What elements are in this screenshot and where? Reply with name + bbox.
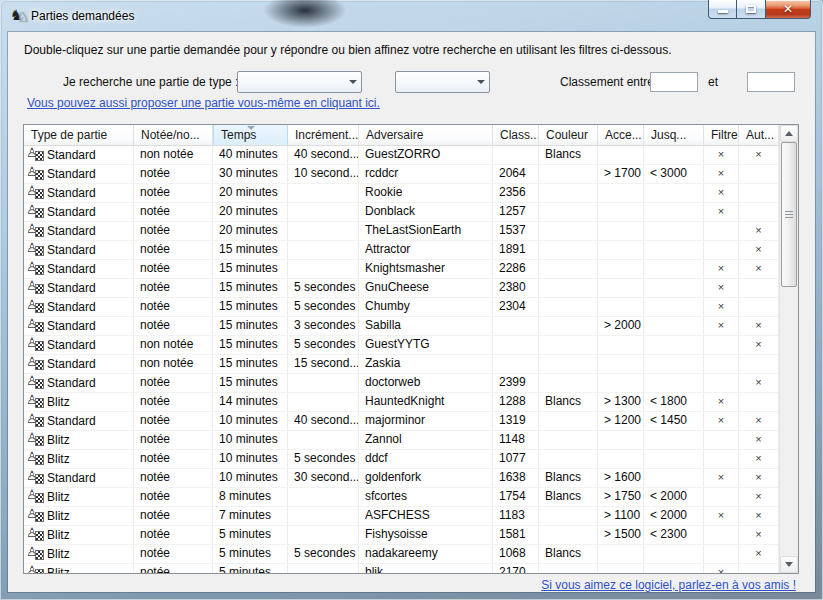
cell-color: Blancs (539, 146, 598, 164)
rating-min-input[interactable] (650, 72, 698, 92)
rating-max-input[interactable] (747, 72, 795, 92)
game-row[interactable]: ♙Standardnotée15 minutesdoctorweb2399× (24, 374, 779, 393)
game-row[interactable]: ♙Standardnon notée15 minutes5 secondesGu… (24, 336, 779, 355)
column-header-label: Filtre (711, 128, 738, 142)
game-row[interactable]: ♙Blitznotée8 minutessfcortes1754Blancs> … (24, 488, 779, 507)
cell-time: 5 minutes (213, 545, 288, 563)
desktop-background: ♞ ♘ Parties demandées ✕ Double-cliquez s… (0, 0, 823, 600)
game-row[interactable]: ♙Standardnotée15 minutesKnightsmasher228… (24, 260, 779, 279)
cell-color: Blancs (539, 545, 598, 563)
game-row[interactable]: ♙Standardnotée15 minutes5 secondesGnuChe… (24, 279, 779, 298)
game-row[interactable]: ♙Standardnon notée15 minutes15 second...… (24, 355, 779, 374)
cell-rated: notée (134, 469, 213, 487)
chess-pawn-icon: ♙ (27, 451, 45, 467)
cell-color (539, 203, 598, 221)
game-category-combobox[interactable] (395, 71, 490, 93)
cell-auto: × (739, 222, 779, 240)
maximize-button[interactable] (737, 0, 765, 19)
column-header-rated[interactable]: Notée/no... (134, 125, 213, 145)
column-header-auto[interactable]: Aut... (739, 125, 779, 145)
game-row[interactable]: ♙Blitznotée5 minutes5 secondesnadakareem… (24, 545, 779, 564)
game-row[interactable]: ♙Blitznotée10 minutes5 secondesddcf1077× (24, 450, 779, 469)
game-row[interactable]: ♙Standardnotée20 minutesTheLastSionEarth… (24, 222, 779, 241)
chess-pawn-icon: ♙ (27, 394, 45, 410)
dialog-window: ♞ ♘ Parties demandées ✕ Double-cliquez s… (0, 0, 823, 600)
cell-opponent: HauntedKnight (359, 393, 493, 411)
close-button[interactable]: ✕ (765, 0, 811, 19)
cell-opponent: GuestYYTG (359, 336, 493, 354)
cell-time: 7 minutes (213, 507, 288, 525)
game-type-value: Standard (47, 413, 96, 430)
cell-increment: 5 secondes (288, 450, 359, 468)
column-header-rating_from[interactable]: Acce... (598, 125, 644, 145)
cell-time: 5 minutes (213, 526, 288, 544)
triangle-down-icon (785, 562, 793, 567)
cell-time: 40 minutes (213, 146, 288, 164)
vertical-scrollbar[interactable] (779, 125, 798, 573)
cell-auto: × (739, 450, 779, 468)
cell-rating (493, 355, 539, 373)
cell-type: ♙Standard (24, 165, 134, 183)
cell-rating: 1183 (493, 507, 539, 525)
game-row[interactable]: ♙Standardnotée20 minutesDonblack1257× (24, 203, 779, 222)
titlebar[interactable]: ♞ ♘ Parties demandées ✕ (0, 0, 823, 32)
minimize-button[interactable] (708, 0, 737, 19)
cell-rated: notée (134, 222, 213, 240)
game-row[interactable]: ♙Blitznotée5 minutesblik2170× (24, 564, 779, 573)
scrollbar-thumb[interactable] (781, 142, 797, 287)
game-row[interactable]: ♙Blitznotée5 minutesFishysoisse1581> 150… (24, 526, 779, 545)
cell-rating_to (644, 374, 704, 392)
game-row[interactable]: ♙Standardnon notée40 minutes40 second...… (24, 146, 779, 165)
game-type-value: Blitz (47, 546, 70, 563)
cell-auto (739, 279, 779, 297)
column-header-type[interactable]: Type de partie (24, 125, 134, 145)
dialog-client-area: Double-cliquez sur une partie demandée p… (8, 32, 815, 592)
cell-time: 15 minutes (213, 355, 288, 373)
cell-rating_to (644, 146, 704, 164)
column-header-rating_to[interactable]: Jusq... (644, 125, 704, 145)
cell-rating_to (644, 317, 704, 335)
game-type-combobox[interactable] (237, 71, 362, 93)
cell-rating: 1068 (493, 545, 539, 563)
column-header-increment[interactable]: Incrément... (288, 125, 359, 145)
cell-color (539, 507, 598, 525)
cell-time: 15 minutes (213, 298, 288, 316)
scroll-up-button[interactable] (780, 125, 798, 142)
cell-rating_from (598, 298, 644, 316)
cell-increment: 5 secondes (288, 545, 359, 563)
game-row[interactable]: ♙Standardnotée15 minutes3 secondesSabill… (24, 317, 779, 336)
cell-rated: notée (134, 526, 213, 544)
column-header-time[interactable]: Temps (213, 125, 288, 145)
game-row[interactable]: ♙Blitznotée10 minutesZannol1148× (24, 431, 779, 450)
column-header-color[interactable]: Couleur (539, 125, 598, 145)
cell-auto: × (739, 412, 779, 430)
game-type-value: Blitz (47, 432, 70, 449)
game-row[interactable]: ♙Standardnotée20 minutesRookie2356× (24, 184, 779, 203)
game-row[interactable]: ♙Standardnotée10 minutes30 second...gold… (24, 469, 779, 488)
cell-increment: 3 secondes (288, 317, 359, 335)
cell-type: ♙Blitz (24, 564, 134, 573)
propose-game-link[interactable]: Vous pouvez aussi proposer une partie vo… (27, 96, 380, 110)
game-row[interactable]: ♙Standardnotée10 minutes40 second...majo… (24, 412, 779, 431)
cell-rating_to (644, 184, 704, 202)
cell-color (539, 260, 598, 278)
game-row[interactable]: ♙Blitznotée7 minutesASFCHESS1183> 1100< … (24, 507, 779, 526)
column-header-filter[interactable]: Filtre (704, 125, 739, 145)
game-row[interactable]: ♙Standardnotée30 minutes10 second...rcdd… (24, 165, 779, 184)
cell-type: ♙Standard (24, 355, 134, 373)
share-software-link[interactable]: Si vous aimez ce logiciel, parlez-en à v… (541, 578, 796, 592)
cell-color: Blancs (539, 393, 598, 411)
scroll-down-button[interactable] (780, 556, 798, 573)
column-header-opponent[interactable]: Adversaire (359, 125, 493, 145)
cell-rating_from (598, 336, 644, 354)
game-row[interactable]: ♙Standardnotée15 minutes5 secondesChumby… (24, 298, 779, 317)
game-row[interactable]: ♙Blitznotée14 minutesHauntedKnight1288Bl… (24, 393, 779, 412)
cell-filter: × (704, 469, 739, 487)
game-row[interactable]: ♙Standardnotée15 minutesAttractor1891× (24, 241, 779, 260)
game-type-value: Standard (47, 166, 96, 183)
cell-type: ♙Blitz (24, 393, 134, 411)
chess-pawn-icon: ♙ (27, 432, 45, 448)
cell-rated: notée (134, 431, 213, 449)
column-header-rating[interactable]: Class... (493, 125, 539, 145)
column-header-label: Notée/no... (141, 128, 200, 142)
